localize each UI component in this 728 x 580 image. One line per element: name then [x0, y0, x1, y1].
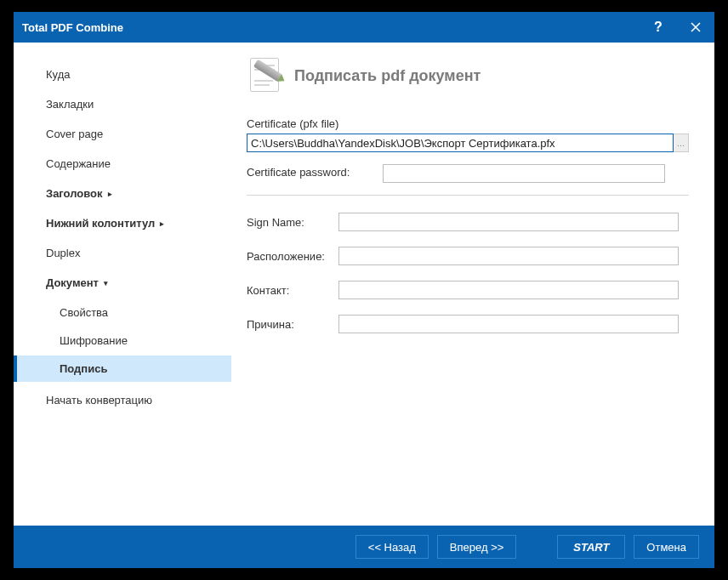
footer-bar: << Назад Вперед >> START Отмена: [14, 526, 714, 568]
next-button[interactable]: Вперед >>: [437, 535, 517, 559]
nav-label: Duplex: [46, 247, 80, 259]
close-icon: [691, 22, 701, 32]
nav-label: Заголовок: [46, 187, 103, 200]
back-button[interactable]: << Назад: [355, 535, 429, 559]
nav-document[interactable]: Документ▾: [14, 270, 231, 296]
location-input[interactable]: [338, 247, 679, 265]
reason-input[interactable]: [338, 315, 679, 333]
nav-bookmarks[interactable]: Закладки: [14, 91, 231, 117]
sign-name-label: Sign Name:: [247, 216, 338, 229]
nav-contents[interactable]: Содержание: [14, 151, 231, 177]
button-label: Вперед >>: [450, 541, 504, 554]
nav-label: Cover page: [46, 128, 103, 140]
browse-button[interactable]: …: [674, 134, 689, 152]
cert-file-label: Certificate (pfx file): [247, 117, 689, 130]
nav-sub-encryption[interactable]: Шифрование: [14, 327, 231, 354]
nav-kuda[interactable]: Куда: [14, 61, 231, 88]
nav-duplex[interactable]: Duplex: [14, 240, 231, 266]
sign-document-icon: [247, 58, 284, 94]
page-title: Подписать pdf документ: [294, 67, 481, 85]
main-panel: Подписать pdf документ Certificate (pfx …: [231, 43, 714, 526]
nav-sub-properties[interactable]: Свойства: [14, 299, 231, 326]
separator: [247, 195, 689, 196]
nav-label: Подпись: [60, 362, 107, 375]
nav-label: Документ: [46, 276, 99, 289]
button-label: Отмена: [646, 541, 686, 554]
close-button[interactable]: [677, 12, 714, 43]
nav-label: Шифрование: [60, 334, 128, 347]
chevron-down-icon: ▾: [104, 279, 108, 287]
page-heading: Подписать pdf документ: [247, 58, 689, 94]
start-button[interactable]: START: [557, 535, 625, 559]
sidebar: Куда Закладки Cover page Содержание Заго…: [14, 43, 231, 526]
nav-sub-signature[interactable]: Подпись: [14, 355, 231, 382]
cert-password-label: Certificate password:: [247, 166, 383, 179]
cert-file-input[interactable]: [247, 134, 674, 152]
nav-header[interactable]: Заголовок▸: [14, 180, 231, 207]
contact-input[interactable]: [338, 281, 679, 299]
chevron-right-icon: ▸: [108, 190, 112, 198]
nav-start-convert[interactable]: Начать конвертацию: [14, 387, 231, 413]
nav-label: Куда: [46, 68, 70, 81]
nav-label: Нижний колонтитул: [46, 217, 155, 230]
window-title: Total PDF Combine: [22, 21, 123, 34]
location-label: Расположение:: [247, 250, 338, 263]
app-window: Total PDF Combine ? Куда Закладки Cover …: [14, 12, 714, 568]
nav-label: Закладки: [46, 98, 94, 111]
nav-cover-page[interactable]: Cover page: [14, 121, 231, 147]
titlebar: Total PDF Combine ?: [14, 12, 714, 43]
nav-label: Содержание: [46, 157, 111, 170]
button-label: START: [573, 541, 609, 554]
contact-label: Контакт:: [247, 284, 338, 297]
chevron-right-icon: ▸: [160, 219, 164, 228]
reason-label: Причина:: [247, 318, 338, 331]
help-button[interactable]: ?: [640, 12, 677, 43]
button-label: << Назад: [368, 541, 416, 554]
sign-name-input[interactable]: [338, 213, 679, 231]
nav-label: Начать конвертацию: [46, 394, 152, 407]
cancel-button[interactable]: Отмена: [634, 535, 699, 559]
body: Куда Закладки Cover page Содержание Заго…: [14, 43, 714, 526]
nav-footer[interactable]: Нижний колонтитул▸: [14, 210, 231, 236]
cert-password-input[interactable]: [383, 164, 665, 183]
nav-label: Свойства: [60, 306, 108, 319]
